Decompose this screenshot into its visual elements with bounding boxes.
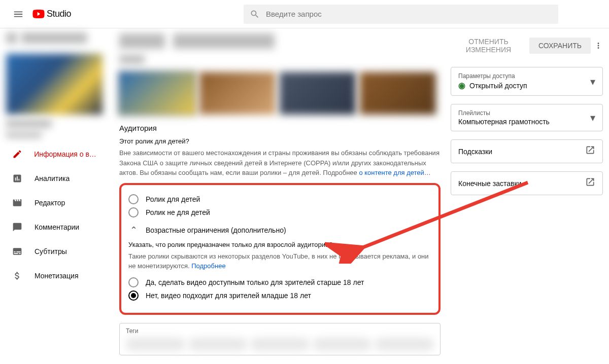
main-layout: Информация о ви… Аналитика Редактор Комм… [0, 28, 609, 364]
age-description: Такие ролики скрываются из некоторых раз… [128, 251, 431, 271]
open-external-icon [585, 145, 595, 158]
endscreens-card[interactable]: Конечные заставки [451, 171, 603, 195]
subtitles-icon [11, 245, 23, 258]
coppa-link[interactable]: о контенте для детей [359, 169, 424, 176]
action-bar: ОТМЕНИТЬ ИЗМЕНЕНИЯ СОХРАНИТЬ [451, 33, 603, 58]
cards-label: Подсказки [458, 148, 492, 156]
age-question: Указать, что ролик предназначен только д… [128, 241, 431, 248]
menu-icon [13, 9, 24, 20]
sidebar-item-analytics[interactable]: Аналитика [0, 166, 109, 191]
sidebar-item-details[interactable]: Информация о ви… [0, 142, 109, 166]
sidebar-item-label: Комментарии [35, 223, 79, 231]
sidebar: Информация о ви… Аналитика Редактор Комм… [0, 28, 109, 364]
sidebar-item-label: Монетизация [35, 272, 79, 280]
thumbnail-selected[interactable] [119, 72, 195, 115]
sidebar-item-label: Информация о ви… [34, 150, 98, 158]
playlist-value: Компьютерная грамотность [458, 118, 550, 126]
sidebar-item-editor[interactable]: Редактор [0, 191, 109, 215]
analytics-icon [11, 172, 23, 185]
radio-icon [128, 207, 139, 217]
radio-icon [128, 277, 139, 287]
title-placeholder [119, 33, 441, 49]
audience-question: Этот ролик для детей? [119, 137, 441, 145]
visibility-value: ◉ Открытый доступ [458, 81, 527, 90]
open-external-icon [585, 177, 595, 190]
right-column: ОТМЕНИТЬ ИЗМЕНЕНИЯ СОХРАНИТЬ Параметры д… [451, 33, 603, 364]
playlist-label: Плейлисты [458, 110, 550, 117]
search-box[interactable] [244, 5, 558, 24]
age-restriction-expander[interactable]: ⌃ Возрастные ограничения (дополнительно) [128, 225, 431, 236]
channel-block [0, 32, 109, 142]
audience-description: Вне зависимости от вашего местонахождени… [119, 148, 441, 178]
app-header: Studio [0, 0, 609, 28]
endscreens-label: Конечные заставки [458, 179, 521, 188]
more-options-button[interactable] [594, 41, 603, 50]
audience-heading: Аудитория [119, 124, 441, 132]
thumbnail-option[interactable] [199, 72, 276, 115]
pencil-icon [11, 148, 23, 160]
dollar-icon [11, 270, 23, 282]
studio-logo[interactable]: Studio [32, 9, 71, 19]
dropdown-icon: ▾ [590, 112, 595, 124]
hamburger-menu-button[interactable] [8, 4, 28, 24]
sidebar-item-subtitles[interactable]: Субтитры [0, 239, 109, 264]
visibility-card[interactable]: Параметры доступа ◉ Открытый доступ ▾ [451, 67, 603, 96]
radio-icon-checked [128, 290, 139, 301]
eye-icon: ◉ [458, 81, 465, 90]
cancel-button[interactable]: ОТМЕНИТЬ ИЗМЕНЕНИЯ [451, 33, 526, 58]
radio-for-kids[interactable]: Ролик для детей [128, 194, 431, 204]
sidebar-item-label: Редактор [35, 199, 65, 207]
tags-field[interactable]: Теги [119, 323, 441, 355]
center-column: Аудитория Этот ролик для детей? Вне зави… [119, 33, 441, 364]
youtube-icon [32, 10, 45, 18]
highlight-box: Ролик для детей Ролик не для детей ⌃ Воз… [119, 183, 441, 315]
subtitle-placeholder [119, 55, 145, 64]
sidebar-item-label: Субтитры [35, 247, 67, 256]
comments-icon [11, 221, 23, 233]
editor-icon [11, 197, 23, 209]
radio-age-yes[interactable]: Да, сделать видео доступным только для з… [128, 277, 431, 287]
search-icon [250, 9, 260, 19]
search-input[interactable] [266, 10, 552, 18]
sidebar-item-monetization[interactable]: Монетизация [0, 264, 109, 288]
chevron-up-icon: ⌃ [128, 225, 139, 236]
tags-label: Теги [126, 327, 434, 335]
logo-text: Studio [47, 9, 71, 19]
radio-age-no[interactable]: Нет, видео подходит для зрителей младше … [128, 290, 431, 301]
content-area: Аудитория Этот ролик для детей? Вне зави… [109, 28, 609, 364]
radio-icon [128, 194, 139, 204]
dots-vertical-icon [594, 41, 603, 50]
cards-card[interactable]: Подсказки [451, 139, 603, 163]
sidebar-item-comments[interactable]: Комментарии [0, 215, 109, 239]
thumbnail-row [119, 72, 441, 115]
age-learn-more-link[interactable]: Подробнее [191, 262, 225, 270]
sidebar-item-label: Аналитика [35, 174, 70, 183]
dropdown-icon: ▾ [590, 76, 595, 88]
save-button[interactable]: СОХРАНИТЬ [529, 38, 591, 54]
playlist-card[interactable]: Плейлисты Компьютерная грамотность ▾ [451, 104, 603, 131]
thumbnail-option[interactable] [280, 72, 356, 115]
visibility-label: Параметры доступа [458, 72, 527, 80]
radio-not-for-kids[interactable]: Ролик не для детей [128, 207, 431, 217]
thumbnail-option[interactable] [360, 72, 436, 115]
